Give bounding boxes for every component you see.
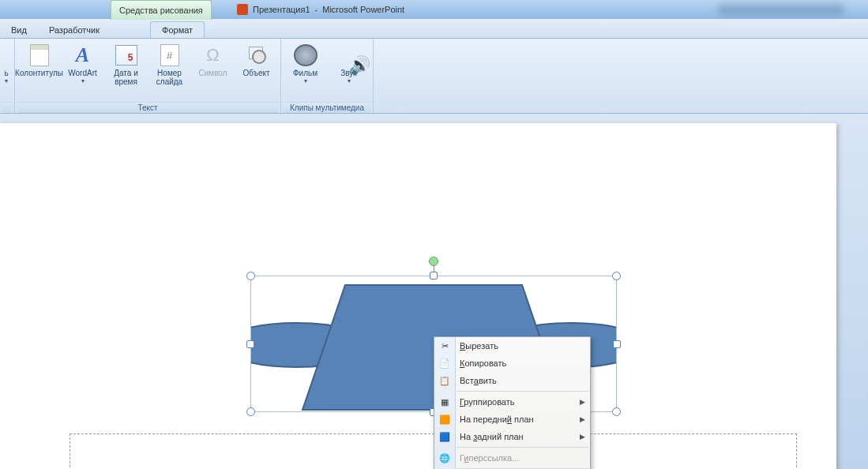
ctx-cut[interactable]: ✂Вырезать bbox=[434, 337, 590, 355]
tab-developer[interactable]: Разработчик bbox=[38, 22, 111, 38]
ctx-bring-to-front[interactable]: 🟧На передний план▶ bbox=[434, 411, 590, 428]
ribbon-tabs: Вид Разработчик Формат bbox=[0, 19, 868, 39]
ctx-paste[interactable]: 📋Вставить bbox=[434, 372, 590, 389]
document-name: Презентация1 bbox=[253, 5, 310, 14]
movie-button[interactable]: Фильм▾ bbox=[284, 40, 327, 84]
group-title-media: Клипы мультимедиа bbox=[284, 102, 370, 113]
headers-footers-button[interactable]: Колонтитулы bbox=[17, 40, 61, 77]
group-title-text: Текст bbox=[17, 102, 278, 113]
partial-button-label: ь bbox=[4, 69, 8, 77]
title-text: Презентация1 - Microsoft PowerPoint bbox=[237, 4, 404, 15]
ctx-separator bbox=[457, 391, 588, 392]
bring-front-icon: 🟧 bbox=[438, 413, 451, 426]
powerpoint-icon bbox=[237, 4, 248, 15]
ribbon-group-text: Колонтитулы AWordArt▾ Дата и время #Номе… bbox=[15, 39, 281, 113]
chevron-right-icon: ▶ bbox=[580, 398, 585, 406]
symbol-button: ΩСимвол bbox=[191, 40, 235, 77]
send-back-icon: 🟦 bbox=[438, 430, 451, 443]
resize-handle-tr[interactable] bbox=[612, 272, 621, 280]
group-icon: ▦ bbox=[438, 396, 451, 408]
resize-handle-ml[interactable] bbox=[246, 340, 254, 348]
app-name: Microsoft PowerPoint bbox=[322, 5, 404, 14]
context-menu: ✂Вырезать 📄Копировать 📋Вставить ▦Группир… bbox=[434, 336, 591, 469]
ribbon: ь▾ Колонтитулы AWordArt▾ Дата и время #Н… bbox=[0, 39, 868, 114]
title-separator: - bbox=[315, 5, 318, 14]
resize-handle-tl[interactable] bbox=[246, 272, 255, 280]
tab-view[interactable]: Вид bbox=[0, 22, 38, 38]
datetime-button[interactable]: Дата и время bbox=[104, 40, 148, 86]
sound-button[interactable]: Звук▾ bbox=[327, 40, 370, 84]
chevron-right-icon: ▶ bbox=[580, 415, 585, 423]
tab-format[interactable]: Формат bbox=[150, 21, 205, 38]
resize-handle-br[interactable] bbox=[612, 407, 621, 416]
slide-workspace: Заголовок а ✂Вырезать 📄Копировать 📋Встав… bbox=[0, 114, 868, 469]
blurred-window-controls bbox=[718, 4, 844, 15]
object-button[interactable]: Объект bbox=[235, 40, 278, 77]
ctx-hyperlink: 🌐Гиперссылка... bbox=[434, 449, 590, 467]
scissors-icon: ✂ bbox=[438, 340, 451, 352]
ctx-copy[interactable]: 📄Копировать bbox=[434, 355, 590, 372]
title-bar: Средства рисования Презентация1 - Micros… bbox=[0, 0, 868, 19]
paste-icon: 📋 bbox=[438, 374, 451, 387]
partial-group-left: ь▾ bbox=[0, 39, 15, 113]
globe-icon: 🌐 bbox=[438, 452, 451, 464]
resize-handle-bl[interactable] bbox=[246, 407, 255, 416]
chevron-right-icon: ▶ bbox=[580, 433, 585, 441]
ctx-group[interactable]: ▦Группировать▶ bbox=[434, 393, 590, 411]
ctx-separator bbox=[457, 447, 588, 448]
ribbon-group-media: Фильм▾ Звук▾ Клипы мультимедиа bbox=[281, 39, 374, 113]
rotate-handle[interactable] bbox=[429, 257, 438, 266]
wordart-button[interactable]: AWordArt▾ bbox=[61, 40, 104, 84]
drawing-tools-contextual-tab[interactable]: Средства рисования bbox=[111, 0, 212, 20]
copy-icon: 📄 bbox=[438, 357, 451, 370]
resize-handle-mr[interactable] bbox=[613, 340, 621, 348]
slide-number-button[interactable]: #Номер слайда bbox=[148, 40, 191, 86]
resize-handle-tm[interactable] bbox=[430, 272, 438, 280]
ctx-send-to-back[interactable]: 🟦На задний план▶ bbox=[434, 428, 590, 445]
